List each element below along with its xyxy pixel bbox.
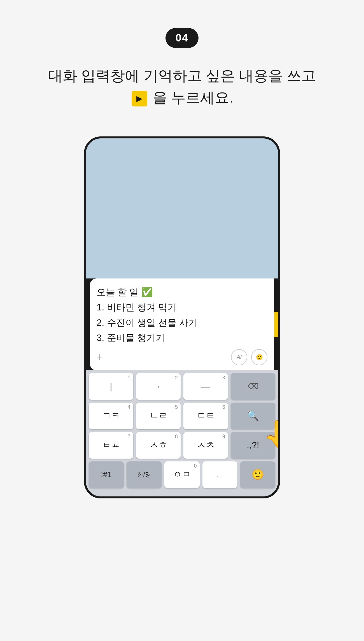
key-8[interactable]: 8 ㅅㅎ — [136, 432, 181, 459]
input-line4: 3. 준비물 챙기기 — [97, 330, 267, 345]
key-label-space: ⎵ — [218, 470, 222, 479]
add-button[interactable]: + — [97, 351, 103, 363]
keyboard-row-3: 7 ㅂㅍ 8 ㅅㅎ 9 ㅈㅊ .,?! — [89, 432, 275, 459]
key-num-5: 5 — [175, 404, 178, 410]
keyboard-row-2: 4 ㄱㅋ 5 ㄴㄹ 6 ㄷㅌ 🔍 — [89, 403, 275, 429]
key-5[interactable]: 5 ㄴㄹ — [136, 403, 181, 429]
key-6[interactable]: 6 ㄷㅌ — [183, 403, 228, 429]
key-num-6: 6 — [222, 404, 225, 410]
key-9[interactable]: 9 ㅈㅊ — [183, 432, 228, 459]
key-label-dot: · — [157, 381, 160, 392]
key-space[interactable]: ⎵ — [202, 461, 237, 488]
key-backspace[interactable]: ⌫ — [231, 373, 275, 400]
ai-button[interactable]: AI — [231, 349, 247, 365]
input-card: 오늘 할 일 ✅ 1. 비타민 챙겨 먹기 2. 수진이 생일 선물 사기 3.… — [90, 278, 274, 370]
key-num-2: 2 — [175, 375, 178, 381]
input-card-bottom: + AI 🙂 — [97, 349, 267, 365]
key-7[interactable]: 7 ㅂㅍ — [89, 432, 133, 459]
step-badge: 04 — [165, 28, 199, 48]
key-num-7: 7 — [128, 434, 130, 440]
emoji-picker-button[interactable]: 🙂 — [251, 349, 267, 365]
key-0[interactable]: 0 ㅇㅁ — [164, 461, 199, 488]
instruction-text: 대화 입력창에 기억하고 싶은 내용을 쓰고 을 누르세요. — [48, 65, 316, 108]
key-label-punct: .,?! — [247, 440, 259, 450]
key-num-9: 9 — [222, 434, 225, 440]
emoji-key-icon: 🙂 — [251, 469, 264, 480]
key-label-gk: ㄱㅋ — [102, 410, 120, 422]
key-lang[interactable]: 한/영 — [127, 461, 162, 488]
keyboard-row-1: 1 | 2 · 3 — ⌫ — [89, 373, 275, 400]
key-label-dash: — — [201, 381, 210, 392]
key-num-3: 3 — [222, 375, 225, 381]
key-2[interactable]: 2 · — [136, 373, 181, 400]
key-num-8: 8 — [175, 434, 178, 440]
chat-area — [86, 138, 278, 278]
keyboard: 1 | 2 · 3 — ⌫ — [86, 370, 278, 496]
key-label-jc: ㅈㅊ — [197, 439, 215, 451]
page: 04 대화 입력창에 기억하고 싶은 내용을 쓰고 을 누르세요. 오늘 할 일… — [0, 0, 364, 641]
phone-mockup: 오늘 할 일 ✅ 1. 비타민 챙겨 먹기 2. 수진이 생일 선물 사기 3.… — [84, 136, 280, 498]
key-special[interactable]: !#1 — [89, 461, 124, 488]
key-label-special: !#1 — [101, 470, 112, 479]
key-label-lang: 한/영 — [137, 470, 151, 479]
key-label-dt: ㄷㅌ — [197, 410, 215, 422]
key-num-1: 1 — [128, 375, 130, 381]
key-num-0: 0 — [194, 463, 197, 469]
key-label-om: ㅇㅁ — [173, 468, 191, 481]
input-text: 오늘 할 일 ✅ 1. 비타민 챙겨 먹기 2. 수진이 생일 선물 사기 3.… — [97, 285, 267, 346]
key-label-bp: ㅂㅍ — [102, 439, 120, 451]
key-emoji[interactable]: 🙂 — [240, 461, 275, 488]
send-button[interactable]: ▶ — [274, 312, 280, 337]
input-line2: 1. 비타민 챙겨 먹기 — [97, 300, 267, 315]
search-icon: 🔍 — [247, 410, 259, 422]
key-punctuation[interactable]: .,?! — [231, 432, 275, 459]
key-label-nr: ㄴㄹ — [150, 410, 167, 422]
phone-body: 오늘 할 일 ✅ 1. 비타민 챙겨 먹기 2. 수진이 생일 선물 사기 3.… — [86, 278, 278, 496]
instruction-line2: 을 누르세요. — [153, 89, 234, 106]
instruction-line1: 대화 입력창에 기억하고 싶은 내용을 쓰고 — [48, 68, 316, 84]
backspace-icon: ⌫ — [248, 382, 259, 391]
key-label-pipe: | — [110, 381, 112, 392]
keyboard-row-4: !#1 한/영 0 ㅇㅁ ⎵ 🙂 — [89, 461, 275, 488]
bottom-icons: AI 🙂 — [231, 349, 267, 365]
key-num-4: 4 — [128, 404, 130, 410]
input-line3: 2. 수진이 생일 선물 사기 — [97, 315, 267, 330]
key-label-sh: ㅅㅎ — [150, 439, 167, 451]
key-search[interactable]: 🔍 — [231, 403, 275, 429]
key-3[interactable]: 3 — — [183, 373, 228, 400]
key-4[interactable]: 4 ㄱㅋ — [89, 403, 133, 429]
input-line1: 오늘 할 일 ✅ — [97, 285, 267, 300]
key-1[interactable]: 1 | — [89, 373, 133, 400]
send-icon-inline — [132, 91, 147, 106]
